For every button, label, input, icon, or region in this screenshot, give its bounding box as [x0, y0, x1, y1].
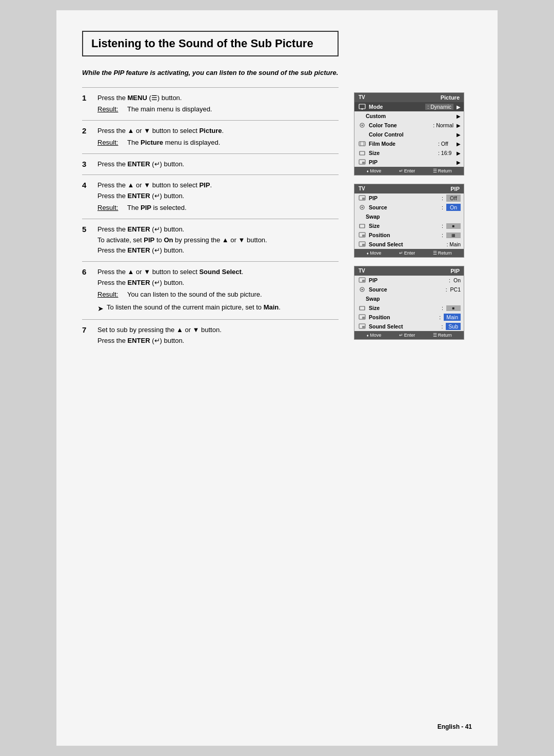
panel3-soundselect-value: Sub: [446, 323, 461, 330]
panel2-position-label: Position: [369, 232, 439, 238]
step6-line2: Press the ENTER (↵) button.: [97, 278, 339, 288]
enter2-icon: ↵: [399, 250, 403, 256]
step2-result: Result: The Picture menu is displayed.: [97, 138, 339, 148]
svg-rect-28: [362, 326, 365, 328]
svg-rect-10: [362, 162, 365, 164]
step-7: 7 Set to sub by pressing the ▲ or ▼ butt…: [82, 319, 339, 352]
panel3-tv-label: TV: [359, 268, 365, 274]
svg-point-14: [362, 207, 363, 208]
panel1-size-arrow: ▶: [457, 150, 461, 156]
svg-point-4: [362, 125, 363, 126]
step6-line1: Press the ▲ or ▼ button to select Sound …: [97, 267, 339, 278]
panel3-size-colon: :: [442, 305, 443, 311]
panel3-size-value: ■: [446, 305, 461, 311]
step2-result-text: The Picture menu is displayed.: [127, 138, 220, 148]
panel2-pip-value: Off: [446, 195, 461, 202]
step-number-4: 4: [82, 181, 91, 189]
panel3-swap-label: Swap: [366, 296, 461, 302]
panel3-footer-return: ☰ Return: [433, 333, 452, 338]
panel1-colorcontrol-arrow: ▶: [457, 132, 461, 138]
colorcontrol-icon: [358, 131, 367, 138]
tv-panel-pip1: TV PIP PIP : Off Source : On Swap: [354, 184, 464, 258]
panel1-footer-return-label: Return: [438, 168, 452, 173]
step-content-2: Press the ▲ or ▼ button to select Pictur…: [97, 126, 339, 148]
svg-rect-17: [362, 235, 365, 237]
filmmode-icon: [358, 140, 367, 147]
panel1-colorcontrol-row: Color Control ▶: [354, 130, 464, 139]
panel1-pip-row: PIP ▶: [354, 158, 464, 167]
panel3-pip-row: PIP : On: [354, 276, 464, 285]
panel2-size-colon: :: [442, 223, 443, 229]
panel3-soundselect-row: Sound Select : Sub: [354, 322, 464, 331]
panel1-filmmode-arrow: ▶: [457, 141, 461, 147]
panel1-colortone-value: : Normal: [433, 122, 453, 128]
panel3-source-row: Source : PC1: [354, 285, 464, 294]
panel3-size-row: Size : ■: [354, 303, 464, 313]
panel3-footer: ⬧ Move ↵ Enter ☰ Return: [354, 331, 464, 339]
panel1-colorcontrol-label: Color Control: [369, 131, 453, 138]
move-icon: ⬧: [366, 168, 369, 173]
step6-result-label: Result:: [97, 289, 122, 300]
panel3-footer-enter-label: Enter: [404, 333, 416, 338]
step6-result: Result: You can listen to the sound of t…: [97, 289, 339, 300]
panel2-position-row: Position : ▦: [354, 230, 464, 240]
panel1-size-value: : 16:9: [438, 150, 453, 156]
svg-rect-21: [362, 280, 365, 282]
panel1-footer-move-label: Move: [370, 168, 381, 173]
panel1-filmmode-value: : Off: [438, 141, 453, 147]
panel1-filmmode-label: Film Mode: [369, 141, 436, 147]
panel1-custom-row: Custom ▶: [354, 111, 464, 121]
panel1-colortone-row: Color Tone : Normal ▶: [354, 121, 464, 130]
panel2-position-value: ▦: [446, 232, 461, 238]
svg-rect-12: [362, 198, 365, 200]
step4-result: Result: The PIP is selected.: [97, 203, 339, 214]
panel2-pip-row: PIP : Off: [354, 193, 464, 203]
step-content-6: Press the ▲ or ▼ button to select Sound …: [97, 267, 339, 314]
panel3-pip-colon: :: [449, 277, 450, 283]
return-icon: ☰: [433, 168, 437, 173]
panel3-footer-return-label: Return: [438, 333, 452, 338]
panel2-header: TV PIP: [354, 184, 464, 193]
panel1-mode-row: Mode : Dynamic ▶: [354, 102, 464, 111]
enter-icon: ↵: [399, 168, 403, 173]
panel1-custom-label: Custom: [366, 113, 453, 119]
panel1-filmmode-row: Film Mode : Off ▶: [354, 139, 464, 148]
return2-icon: ☰: [433, 250, 437, 256]
panel3-pip-icon: [358, 277, 367, 284]
panel2-source-value: On: [446, 204, 461, 211]
step-content-1: Press the MENU (☰) button. Result: The m…: [97, 93, 339, 115]
panel2-footer: ⬧ Move ↵ Enter ☰ Return: [354, 249, 464, 257]
step2-result-label: Result:: [97, 138, 122, 148]
return3-icon: ☰: [433, 333, 437, 338]
panel2-footer-enter: ↵ Enter: [399, 250, 416, 256]
panel3-footer-move-label: Move: [370, 333, 381, 338]
step7-line1: Set to sub by pressing the ▲ or ▼ button…: [97, 325, 339, 336]
panel2-source-colon: :: [442, 204, 443, 210]
panel1-footer: ⬧ Move ↵ Enter ☰ Return: [354, 167, 464, 175]
step5-line2: To activate, set PIP to On by pressing t…: [97, 235, 339, 246]
panel3-soundselect-label: Sound Select: [369, 323, 438, 329]
step4-line1: Press the ▲ or ▼ button to select PIP.: [97, 180, 339, 191]
panel2-footer-return: ☰ Return: [433, 250, 452, 256]
step7-line2: Press the ENTER (↵) button.: [97, 336, 339, 346]
step-content-7: Set to sub by pressing the ▲ or ▼ button…: [97, 325, 339, 346]
move3-icon: ⬧: [366, 333, 369, 338]
right-column: TV Picture Mode : Dynamic ▶ Custom ▶: [354, 31, 472, 725]
step5-line1: Press the ENTER (↵) button.: [97, 224, 339, 235]
left-column: Listening to the Sound of the Sub Pictur…: [82, 31, 339, 725]
svg-rect-24: [360, 306, 365, 310]
step1-result-label: Result:: [97, 104, 122, 115]
step4-result-text: The PIP is selected.: [127, 203, 187, 214]
panel3-title: PIP: [450, 268, 460, 274]
panel3-position-value: Main: [444, 314, 461, 321]
step6-result-text: You can listen to the sound of the sub p…: [127, 289, 262, 300]
panel2-soundselect-label: Sound Select: [369, 241, 445, 247]
step3-text: Press the ENTER (↵) button.: [97, 160, 184, 168]
step-number-6: 6: [82, 267, 91, 276]
panel1-footer-enter: ↵ Enter: [399, 168, 416, 173]
tv-panel-picture: TV Picture Mode : Dynamic ▶ Custom ▶: [354, 92, 464, 176]
panel3-pip-value: On: [453, 277, 461, 283]
panel3-swap-row: Swap: [354, 294, 464, 303]
panel2-footer-return-label: Return: [438, 250, 452, 256]
svg-point-23: [362, 289, 363, 290]
